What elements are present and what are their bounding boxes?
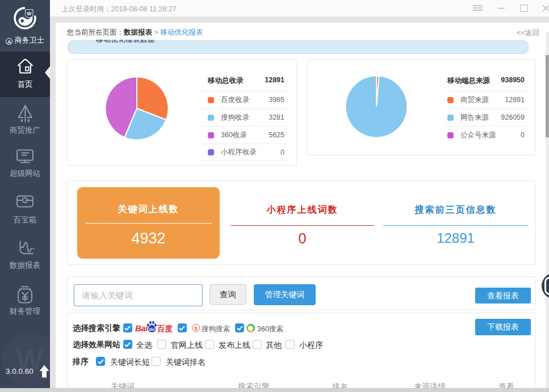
svg-text:du: du [149, 327, 155, 332]
svg-text:W: W [27, 11, 32, 16]
